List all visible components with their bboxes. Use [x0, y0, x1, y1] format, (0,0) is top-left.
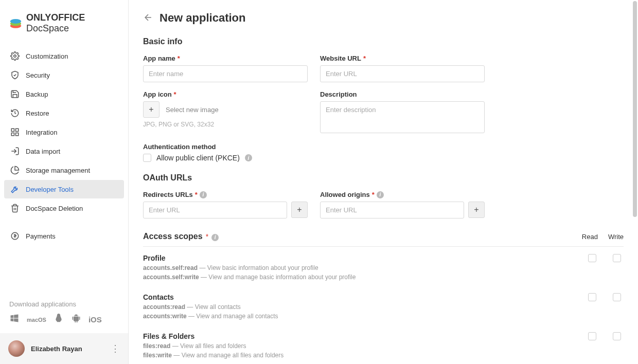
scope-read-checkbox[interactable]	[588, 254, 596, 262]
user-menu-button[interactable]: ⋮	[111, 343, 120, 354]
sidebar-item-integration[interactable]: Integration	[4, 123, 124, 141]
scrollbar[interactable]	[633, 1, 637, 217]
scope-name: Profile	[143, 254, 166, 262]
info-icon[interactable]: i	[245, 154, 252, 161]
scope-read-checkbox[interactable]	[588, 332, 596, 340]
sidebar-item-security[interactable]: Security	[4, 66, 124, 84]
app-name-label: App name*	[143, 54, 308, 62]
user-bar: Elizabeth Rayan ⋮	[0, 333, 128, 364]
select-image-text: Select new image	[166, 106, 219, 114]
add-origin-button[interactable]: +	[468, 202, 485, 218]
download-title: Download applications	[9, 300, 119, 308]
grid-icon	[10, 128, 20, 137]
ios-icon[interactable]: iOS	[88, 315, 102, 324]
sidebar-item-customization[interactable]: Customization	[4, 47, 124, 65]
sidebar: ONLYOFFICE DocSpace Customization Securi…	[0, 0, 129, 364]
import-icon	[10, 147, 20, 156]
sidebar-item-storage[interactable]: Storage management	[4, 161, 124, 179]
scope-line: files:write — View and manage all files …	[143, 352, 624, 359]
user-name: Elizabeth Rayan	[31, 345, 104, 353]
linux-icon[interactable]	[54, 313, 64, 326]
scope-line: accounts:read — View all contacts	[143, 303, 624, 311]
sidebar-item-label: Storage management	[26, 167, 90, 174]
svg-point-10	[58, 315, 58, 316]
windows-icon[interactable]	[9, 313, 20, 326]
app-icon-label: App icon*	[143, 90, 308, 98]
section-scopes-heading: Access scopes	[143, 232, 203, 241]
scope-write-checkbox[interactable]	[613, 293, 621, 301]
sidebar-item-label: DocSpace Deletion	[26, 205, 83, 212]
scope-line: accounts:write — View and manage all con…	[143, 313, 624, 320]
sidebar-item-data-import[interactable]: Data import	[4, 142, 124, 160]
floppy-icon	[10, 89, 20, 99]
onlyoffice-logo-icon	[9, 16, 22, 30]
scope-name: Contacts	[143, 293, 174, 301]
sidebar-item-label: Integration	[26, 129, 57, 136]
payment-icon	[10, 231, 20, 241]
sidebar-item-label: Data import	[26, 148, 60, 155]
upload-icon-button[interactable]: +	[143, 101, 160, 118]
sidebar-item-label: Backup	[26, 90, 48, 98]
brand-name-light: DocSpace	[26, 23, 69, 33]
pkce-checkbox[interactable]	[143, 154, 151, 162]
website-url-input[interactable]	[320, 65, 485, 82]
sidebar-item-label: Restore	[26, 110, 49, 117]
sidebar-item-label: Payments	[26, 232, 56, 240]
info-icon[interactable]: i	[377, 191, 384, 198]
svg-rect-7	[16, 133, 19, 136]
svg-rect-6	[11, 133, 14, 136]
scope-write-checkbox[interactable]	[613, 254, 621, 262]
section-basic-heading: Basic info	[143, 37, 624, 46]
allowed-origins-input[interactable]	[320, 202, 464, 219]
sidebar-item-label: Developer Tools	[26, 186, 74, 193]
sidebar-item-docspace-deletion[interactable]: DocSpace Deletion	[4, 199, 124, 217]
section-oauth-heading: OAuth URLs	[143, 173, 624, 183]
scopes-header: Access scopes * i Read Write	[143, 232, 624, 247]
sidebar-item-restore[interactable]: Restore	[4, 104, 124, 122]
scope-read-checkbox[interactable]	[588, 293, 596, 301]
back-arrow-icon[interactable]	[143, 12, 153, 24]
history-icon	[10, 108, 20, 118]
scope-line: files:read — View all files and folders	[143, 342, 624, 350]
auth-method-label: Authentication method	[143, 143, 624, 151]
scope-group: Contacts accounts:read — View all contac…	[143, 286, 624, 325]
page-title: New application	[160, 11, 245, 25]
gear-icon	[10, 51, 20, 61]
svg-point-2	[10, 19, 21, 24]
sidebar-item-backup[interactable]: Backup	[4, 85, 124, 103]
image-hint: JPG, PNG or SVG, 32x32	[143, 121, 308, 128]
sidebar-item-label: Security	[26, 71, 50, 79]
pie-chart-icon	[10, 166, 20, 175]
svg-rect-5	[16, 129, 19, 131]
app-name-input[interactable]	[143, 65, 308, 82]
macos-icon[interactable]: macOS	[27, 317, 46, 323]
info-icon[interactable]: i	[200, 191, 207, 198]
info-icon[interactable]: i	[211, 234, 219, 241]
description-label: Description	[320, 90, 485, 98]
brand-logo[interactable]: ONLYOFFICE DocSpace	[0, 0, 128, 44]
sidebar-item-payments[interactable]: Payments	[4, 227, 124, 245]
scope-group: Profile accounts.self:read — View basic …	[143, 247, 624, 286]
scope-name: Files & Folders	[143, 332, 194, 340]
svg-point-11	[59, 315, 60, 316]
main-content: New application Basic info App name* Web…	[129, 0, 638, 364]
redirects-url-input[interactable]	[143, 202, 287, 219]
scope-line: accounts.self:read — View basic informat…	[143, 264, 624, 271]
col-write-label: Write	[608, 233, 624, 241]
pkce-label: Allow public client (PKCE)	[156, 154, 240, 162]
allowed-origins-label: Allowed origins* i	[320, 191, 485, 198]
trash-icon	[10, 204, 20, 213]
redirects-label: Redirects URLs* i	[143, 191, 308, 198]
brand-name-bold: ONLYOFFICE	[26, 12, 85, 23]
wrench-icon	[10, 185, 20, 194]
scope-write-checkbox[interactable]	[613, 332, 621, 340]
add-redirect-button[interactable]: +	[291, 202, 308, 218]
description-input[interactable]	[320, 101, 485, 133]
android-icon[interactable]	[71, 313, 81, 326]
sidebar-item-developer-tools[interactable]: Developer Tools	[4, 180, 124, 198]
sidebar-nav: Customization Security Backup Restore In…	[0, 44, 128, 248]
shield-icon	[10, 70, 20, 80]
scope-line: accounts.self:write — View and manage ba…	[143, 274, 624, 281]
sidebar-item-label: Customization	[26, 52, 68, 60]
avatar[interactable]	[8, 340, 25, 357]
